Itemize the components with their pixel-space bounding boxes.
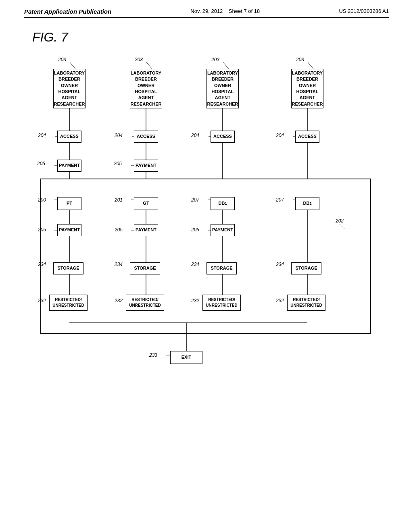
ref-200: 200	[38, 197, 46, 203]
access-box-1: ACCESS	[57, 131, 81, 143]
db1-box: DB1	[211, 197, 235, 210]
storage-box-4: STORAGE	[291, 262, 321, 274]
db2-box: DB2	[295, 197, 319, 210]
ref-233: 233	[149, 352, 157, 358]
payment-box-5: PAYMENT	[211, 224, 235, 236]
storage-box-3: STORAGE	[206, 262, 237, 274]
ref-205-4: 205	[115, 227, 123, 233]
lab-box-2: LABORATORYBREEDEROWNERHOSPITALAGENTRESEA…	[130, 69, 162, 108]
payment-box-1: PAYMENT	[57, 160, 81, 172]
ref-207-2: 207	[276, 197, 284, 203]
ref-202: 202	[336, 218, 344, 224]
access-box-2: ACCESS	[134, 131, 158, 143]
lab-box-4: LABORATORYBREEDEROWNERHOSPITALAGENTRESEA…	[291, 69, 323, 108]
ref-204-4: 204	[276, 133, 284, 138]
ref-232-3: 232	[191, 298, 199, 303]
ref-234-4: 234	[276, 262, 284, 267]
restricted-box-2: RESTRICTED/UNRESTRICTED	[126, 295, 164, 311]
header-publication: Patent Application Publication	[24, 8, 111, 15]
svg-line-23	[69, 62, 75, 69]
restricted-box-3: RESTRICTED/UNRESTRICTED	[202, 295, 241, 311]
payment-box-3: PAYMENT	[57, 224, 81, 236]
ref-205-3: 205	[38, 227, 46, 233]
ref-205-1: 205	[37, 161, 45, 166]
svg-line-24	[146, 62, 152, 69]
restricted-box-4: RESTRICTED/UNRESTRICTED	[287, 295, 325, 311]
pt-box: PT	[57, 197, 81, 210]
ref-234-1: 234	[38, 262, 46, 267]
ref-232-2: 232	[115, 298, 123, 303]
ref-203-4: 203	[296, 57, 304, 62]
exit-box: EXIT	[170, 351, 202, 364]
storage-box-1: STORAGE	[53, 262, 83, 274]
page-header: Patent Application Publication Nov. 29, …	[24, 8, 389, 18]
ref-234-3: 234	[191, 262, 199, 267]
restricted-box-1: RESTRICTED/UNRESTRICTED	[49, 295, 88, 311]
header-date-sheet: Nov. 29, 2012 Sheet 7 of 18	[190, 8, 260, 14]
payment-box-2: PAYMENT	[134, 160, 158, 172]
payment-box-4: PAYMENT	[134, 224, 158, 236]
ref-204-1: 204	[38, 133, 46, 138]
ref-204-3: 204	[191, 133, 199, 138]
figure-title: FIG. 7	[32, 30, 389, 45]
diagram: 203 203 203 203 LABORATORYBREEDEROWNERHO…	[29, 57, 384, 480]
ref-204-2: 204	[115, 133, 123, 138]
ref-203-1: 203	[58, 57, 66, 62]
lab-box-3: LABORATORYBREEDEROWNERHOSPITALAGENTRESEA…	[206, 69, 239, 108]
access-box-3: ACCESS	[211, 131, 235, 143]
ref-203-3: 203	[211, 57, 219, 62]
ref-232-4: 232	[276, 298, 284, 303]
access-box-4: ACCESS	[295, 131, 319, 143]
ref-234-2: 234	[115, 262, 123, 267]
storage-box-2: STORAGE	[130, 262, 160, 274]
ref-205-2: 205	[114, 161, 122, 166]
ref-203-2: 203	[135, 57, 143, 62]
header-patent-number: US 2012/0303286 A1	[339, 8, 389, 14]
gt-box: GT	[134, 197, 158, 210]
svg-line-25	[223, 62, 229, 69]
ref-232-1: 232	[38, 298, 46, 303]
ref-205-5: 205	[191, 227, 199, 233]
ref-201: 201	[115, 197, 123, 203]
lab-box-1: LABORATORYBREEDEROWNERHOSPITALAGENTRESEA…	[53, 69, 86, 108]
svg-line-26	[307, 62, 313, 69]
ref-207-1: 207	[191, 197, 199, 203]
